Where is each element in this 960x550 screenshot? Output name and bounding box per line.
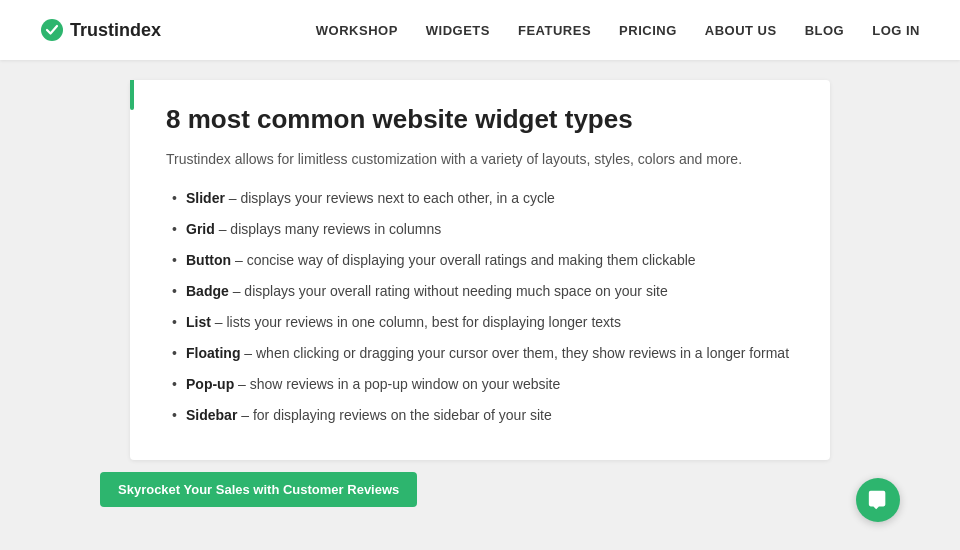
list-item: Floating – when clicking or dragging you… bbox=[166, 343, 794, 364]
widget-name-slider: Slider bbox=[186, 190, 225, 206]
list-item: Slider – displays your reviews next to e… bbox=[166, 188, 794, 209]
list-item: Button – concise way of displaying your … bbox=[166, 250, 794, 271]
green-accent-bar bbox=[130, 80, 134, 110]
widget-name-grid: Grid bbox=[186, 221, 215, 237]
chat-bubble[interactable] bbox=[856, 478, 900, 522]
widget-name-badge: Badge bbox=[186, 283, 229, 299]
svg-point-0 bbox=[41, 19, 63, 41]
trustindex-logo-icon bbox=[40, 18, 64, 42]
widget-name-floating: Floating bbox=[186, 345, 240, 361]
list-item: Badge – displays your overall rating wit… bbox=[166, 281, 794, 302]
logo[interactable]: Trustindex bbox=[40, 18, 161, 42]
subtitle-text: Trustindex allows for limitless customiz… bbox=[166, 149, 794, 170]
main-nav: WORKSHOP WIDGETS FEATURES PRICING ABOUT … bbox=[316, 23, 920, 38]
chat-icon bbox=[867, 489, 889, 511]
list-item: Pop-up – show reviews in a pop-up window… bbox=[166, 374, 794, 395]
widget-name-button: Button bbox=[186, 252, 231, 268]
widget-name-popup: Pop-up bbox=[186, 376, 234, 392]
cta-banner: Skyrocket Your Sales with Customer Revie… bbox=[100, 472, 860, 507]
nav-item-workshop[interactable]: WORKSHOP bbox=[316, 23, 398, 38]
nav-item-login[interactable]: LOG IN bbox=[872, 23, 920, 38]
widget-name-list: List bbox=[186, 314, 211, 330]
nav-item-blog[interactable]: BLOG bbox=[805, 23, 845, 38]
nav-item-about[interactable]: ABOUT US bbox=[705, 23, 777, 38]
widget-list: Slider – displays your reviews next to e… bbox=[166, 188, 794, 426]
nav-item-widgets[interactable]: WIDGETS bbox=[426, 23, 490, 38]
cta-button[interactable]: Skyrocket Your Sales with Customer Revie… bbox=[100, 472, 417, 507]
nav-item-features[interactable]: FEATURES bbox=[518, 23, 591, 38]
list-item: Grid – displays many reviews in columns bbox=[166, 219, 794, 240]
widget-name-sidebar: Sidebar bbox=[186, 407, 237, 423]
nav-item-pricing[interactable]: PRICING bbox=[619, 23, 677, 38]
list-item: Sidebar – for displaying reviews on the … bbox=[166, 405, 794, 426]
list-item: List – lists your reviews in one column,… bbox=[166, 312, 794, 333]
logo-text: Trustindex bbox=[70, 20, 161, 41]
page-background: 8 most common website widget types Trust… bbox=[0, 60, 960, 550]
content-card: 8 most common website widget types Trust… bbox=[130, 80, 830, 460]
header: Trustindex WORKSHOP WIDGETS FEATURES PRI… bbox=[0, 0, 960, 60]
page-title: 8 most common website widget types bbox=[166, 104, 794, 135]
